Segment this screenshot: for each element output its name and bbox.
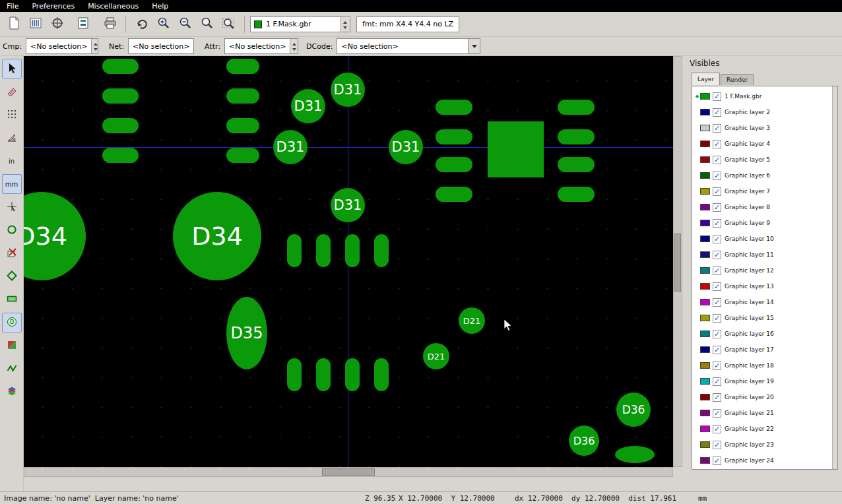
layer-visibility-checkbox[interactable]: ✓: [713, 441, 721, 449]
negative-objects-button[interactable]: [2, 243, 22, 263]
polygons-sketch-button[interactable]: [2, 290, 22, 309]
dcode-select[interactable]: <No selection>: [337, 38, 469, 54]
layer-color-swatch[interactable]: [700, 457, 710, 464]
layer-color-swatch[interactable]: [700, 394, 710, 400]
layer-row[interactable]: ✓Graphic layer 16: [694, 326, 832, 342]
layer-color-swatch[interactable]: [700, 425, 710, 432]
redraw-button[interactable]: [131, 14, 152, 34]
layer-row[interactable]: ✓Graphic layer 11: [694, 247, 832, 263]
layer-visibility-checkbox[interactable]: ✓: [713, 314, 721, 323]
diff-mode-button[interactable]: [2, 336, 22, 356]
units-mm-button[interactable]: mm: [2, 174, 22, 194]
zoom-out-button[interactable]: [175, 14, 195, 34]
layer-visibility-checkbox[interactable]: ✓: [713, 298, 721, 307]
layer-visibility-checkbox[interactable]: ✓: [713, 172, 721, 180]
dcode-dropdown-button[interactable]: [469, 38, 480, 54]
page-settings-button[interactable]: [73, 14, 93, 34]
layer-visibility-checkbox[interactable]: ✓: [713, 267, 721, 275]
pads-sketch-button[interactable]: [2, 220, 22, 240]
layer-color-swatch[interactable]: [700, 251, 710, 258]
layer-row[interactable]: ✓Graphic layer 10: [694, 231, 832, 247]
cmp-select[interactable]: <No selection>: [26, 38, 98, 54]
net-select[interactable]: <No selection>: [128, 38, 194, 54]
layer-row[interactable]: ✓Graphic layer 6: [694, 168, 832, 183]
layer-visibility-checkbox[interactable]: ✓: [713, 187, 721, 196]
lines-sketch-button[interactable]: [2, 267, 22, 286]
layer-color-swatch[interactable]: [700, 378, 710, 385]
zoom-in-button[interactable]: [153, 14, 174, 34]
horizontal-scrollbar-thumb[interactable]: [322, 468, 375, 476]
open-gerber-file-button[interactable]: [25, 14, 46, 34]
zoom-redraw-button[interactable]: [197, 14, 217, 34]
new-document-button[interactable]: [3, 14, 24, 34]
layer-color-swatch[interactable]: [700, 236, 710, 242]
layer-visibility-checkbox[interactable]: ✓: [713, 282, 721, 291]
layer-color-swatch[interactable]: [700, 267, 710, 274]
layer-row[interactable]: ✓Graphic layer 17: [694, 342, 832, 358]
zoom-fit-button[interactable]: [218, 14, 239, 34]
layer-visibility-checkbox[interactable]: ✓: [713, 156, 721, 164]
layer-row[interactable]: ✓Graphic layer 9: [694, 215, 832, 231]
units-inch-button[interactable]: in: [2, 151, 22, 171]
layer-visibility-checkbox[interactable]: ✓: [713, 251, 721, 259]
layer-color-swatch[interactable]: [700, 362, 710, 369]
vertical-scrollbar-thumb[interactable]: [674, 234, 681, 292]
layer-color-swatch[interactable]: [700, 331, 710, 337]
layer-row[interactable]: ✓Graphic layer 18: [694, 358, 832, 373]
attr-spinner[interactable]: [290, 39, 298, 53]
layer-row[interactable]: ✓Graphic layer 21: [694, 405, 832, 421]
cursor-shape-button[interactable]: [2, 197, 22, 217]
layer-row[interactable]: ✓Graphic layer 14: [694, 294, 832, 310]
layer-row[interactable]: ✓Graphic layer 23: [694, 437, 832, 453]
measure-tool-button[interactable]: [2, 82, 22, 102]
select-tool-button[interactable]: [2, 59, 22, 79]
layer-row[interactable]: ✓Graphic layer 19: [694, 373, 832, 389]
polar-coords-button[interactable]: φ: [2, 128, 22, 148]
layer-visibility-checkbox[interactable]: ✓: [713, 124, 721, 133]
layer-color-swatch[interactable]: [700, 109, 710, 115]
layer-color-swatch[interactable]: [700, 156, 710, 163]
layer-row[interactable]: ✓Graphic layer 4: [694, 136, 832, 152]
layer-select-spinner[interactable]: [340, 17, 350, 32]
layer-color-swatch[interactable]: [700, 93, 710, 100]
layer-color-swatch[interactable]: [700, 220, 710, 226]
menu-preferences[interactable]: Preferences: [25, 1, 81, 12]
layer-color-swatch[interactable]: [700, 346, 710, 353]
layer-row[interactable]: ✓Graphic layer 12: [694, 263, 832, 278]
layer-row[interactable]: ✓Graphic layer 13: [694, 278, 832, 294]
layer-row[interactable]: ✓Graphic layer 2: [694, 104, 832, 120]
layer-visibility-checkbox[interactable]: ✓: [713, 203, 721, 212]
layer-color-swatch[interactable]: [700, 283, 710, 290]
layer-visibility-checkbox[interactable]: ✓: [713, 235, 721, 243]
layer-visibility-checkbox[interactable]: ✓: [713, 140, 721, 148]
layer-color-swatch[interactable]: [700, 315, 710, 321]
grid-toggle-button[interactable]: [2, 105, 22, 125]
net-spinner[interactable]: [193, 39, 194, 53]
layer-row[interactable]: ✓Graphic layer 5: [694, 152, 832, 168]
menu-help[interactable]: Help: [145, 1, 175, 12]
layer-color-swatch[interactable]: [700, 172, 710, 179]
attr-select[interactable]: <No selection>: [224, 38, 298, 54]
layer-select-combo[interactable]: 1 F.Mask.gbr: [250, 16, 350, 32]
menu-miscellaneous[interactable]: Miscellaneous: [81, 1, 145, 12]
layer-row[interactable]: ✓Graphic layer 3: [694, 120, 832, 136]
layer-visibility-checkbox[interactable]: ✓: [713, 425, 721, 433]
gerber-canvas[interactable]: D31D31D31D31D31D34D34D35D21D21D36D36: [24, 56, 673, 467]
layer-color-swatch[interactable]: [700, 299, 710, 305]
layer-manager-toggle-button[interactable]: [2, 382, 22, 402]
layer-visibility-checkbox[interactable]: ✓: [713, 108, 721, 117]
layer-visibility-checkbox[interactable]: ✓: [713, 377, 721, 386]
layer-visibility-checkbox[interactable]: ✓: [713, 330, 721, 338]
menu-file[interactable]: File: [0, 1, 25, 12]
layer-row[interactable]: ✓Graphic layer 20: [694, 389, 832, 405]
layer-color-swatch[interactable]: [700, 141, 710, 147]
tab-layer[interactable]: Layer: [692, 73, 720, 85]
layer-visibility-checkbox[interactable]: ✓: [713, 362, 721, 370]
layer-row[interactable]: ✓Graphic layer 24: [694, 453, 832, 468]
cmp-spinner[interactable]: [91, 39, 98, 53]
layer-row[interactable]: ✓Graphic layer 7: [694, 183, 832, 199]
dcodes-visibility-button[interactable]: D: [2, 313, 22, 332]
layer-row[interactable]: ◆✓1 F.Mask.gbr: [694, 88, 832, 104]
print-button[interactable]: [100, 14, 120, 34]
layer-color-swatch[interactable]: [700, 125, 710, 131]
